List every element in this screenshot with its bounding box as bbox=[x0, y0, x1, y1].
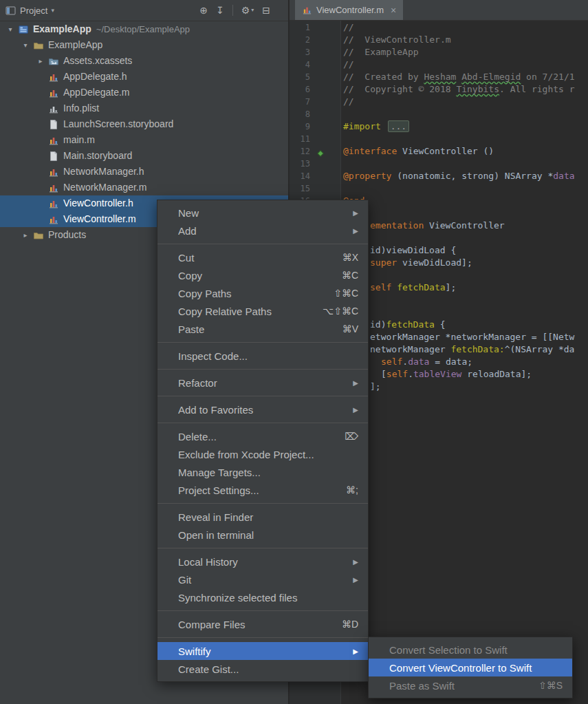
context-menu-item-exclude-from-xcode-project[interactable]: Exclude from Xcode Project... bbox=[157, 445, 368, 463]
context-menu-item-local-history[interactable]: Local History▶ bbox=[157, 553, 368, 570]
submenu-arrow-icon: ▶ bbox=[353, 558, 358, 566]
context-menu-item-manage-targets[interactable]: Manage Targets... bbox=[157, 463, 368, 481]
code-fragment: [self.tableView reloadData]; bbox=[381, 368, 532, 381]
context-menu-item-open-in-terminal[interactable]: Open in terminal bbox=[157, 526, 368, 544]
menu-item-label: Delete... bbox=[178, 431, 329, 442]
tree-item-path: ~/Desktop/ExampleApp bbox=[96, 21, 190, 37]
app-icon bbox=[17, 24, 30, 35]
code-line: 6// Copyright © 2018 Tinybits. All right… bbox=[290, 83, 588, 96]
hide-panel-icon[interactable]: ⊟ bbox=[262, 6, 270, 15]
tab-label: ViewController.m bbox=[316, 5, 384, 15]
tree-item-label: ViewController.h bbox=[63, 195, 133, 211]
chevron-right-icon[interactable]: ▸ bbox=[19, 227, 32, 243]
swiftify-submenu-item-convert-viewcontroller-to-swift[interactable]: Convert ViewController to Swift bbox=[369, 659, 572, 676]
line-number: 12 bbox=[290, 145, 310, 158]
tree-item-main-storyboard[interactable]: Main.storyboard bbox=[0, 148, 288, 164]
tab-close-icon[interactable]: × bbox=[391, 5, 396, 16]
code-line: 12@interface ViewController () bbox=[290, 145, 588, 158]
context-menu-item-add[interactable]: Add▶ bbox=[157, 222, 368, 239]
code-fragment: networkManager fetchData:^(NSArray *da bbox=[370, 343, 574, 356]
menu-item-label: Reveal in Finder bbox=[178, 511, 358, 523]
context-menu-item-copy[interactable]: Copy⌘C bbox=[157, 266, 368, 284]
tree-item-launchscreen-storyboard[interactable]: LaunchScreen.storyboard bbox=[0, 116, 288, 132]
assets-icon bbox=[47, 56, 61, 67]
line-number: 15 bbox=[290, 182, 310, 195]
tree-item-label: Main.storyboard bbox=[63, 148, 132, 164]
chevron-down-icon[interactable]: ▾ bbox=[4, 21, 17, 37]
submenu-arrow-icon: ▶ bbox=[353, 406, 358, 414]
menu-item-label: Project Settings... bbox=[178, 484, 331, 496]
code-fragment: ementation ViewController bbox=[370, 220, 505, 232]
menu-item-label: Open in terminal bbox=[178, 529, 358, 541]
context-menu-item-cut[interactable]: Cut⌘X bbox=[157, 248, 368, 266]
context-menu-item-delete[interactable]: Delete...⌦ bbox=[157, 427, 368, 445]
project-panel-title[interactable]: Project bbox=[20, 6, 47, 16]
tree-item-label: AppDelegate.h bbox=[63, 69, 127, 85]
context-menu: New▶Add▶Cut⌘XCopy⌘CCopy Paths⇧⌘CCopy Rel… bbox=[157, 200, 369, 682]
context-menu-separator bbox=[157, 610, 368, 611]
tree-item-label: Products bbox=[48, 227, 86, 243]
swiftify-submenu-item-convert-selection-to-swift: Convert Selection to Swift bbox=[369, 641, 572, 659]
context-menu-item-synchronize-selected-files[interactable]: Synchronize selected files bbox=[157, 588, 368, 606]
context-menu-item-project-settings[interactable]: Project Settings...⌘; bbox=[157, 481, 368, 499]
tree-item-label: NetworkManager.h bbox=[63, 164, 144, 180]
line-number: 8 bbox=[290, 108, 310, 120]
code-line: 9#import ... bbox=[290, 120, 588, 133]
tree-item-networkmanager-m[interactable]: NetworkManager.m bbox=[0, 180, 288, 195]
code-line: 8 bbox=[290, 108, 588, 120]
code-line: 4// bbox=[290, 58, 588, 71]
line-number: 14 bbox=[290, 170, 310, 182]
menu-item-shortcut: ⌥⇧⌘C bbox=[323, 306, 358, 317]
chevron-right-icon[interactable]: ▸ bbox=[34, 53, 47, 69]
context-menu-item-git[interactable]: Git▶ bbox=[157, 570, 368, 588]
tree-item-exampleapp[interactable]: ▾ExampleApp bbox=[0, 37, 288, 53]
menu-item-label: Local History bbox=[178, 556, 338, 568]
context-menu-item-inspect-code[interactable]: Inspect Code... bbox=[157, 347, 368, 365]
context-menu-item-reveal-in-finder[interactable]: Reveal in Finder bbox=[157, 508, 368, 526]
context-menu-separator bbox=[157, 503, 368, 504]
context-menu-item-create-gist[interactable]: Create Gist... bbox=[157, 660, 368, 678]
code-line: 15 bbox=[290, 182, 588, 195]
context-menu-item-copy-relative-paths[interactable]: Copy Relative Paths⌥⇧⌘C bbox=[157, 302, 368, 320]
tab-viewcontroller-m[interactable]: ViewController.m × bbox=[295, 0, 403, 20]
project-panel-header: Project ▾ ⊕↧⚙▾⊟ bbox=[0, 0, 288, 21]
tree-item-main-m[interactable]: main.m bbox=[0, 132, 288, 148]
context-menu-item-copy-paths[interactable]: Copy Paths⇧⌘C bbox=[157, 284, 368, 302]
context-menu-separator bbox=[157, 548, 368, 548]
context-menu-item-swiftify[interactable]: Swiftify▶ bbox=[157, 642, 368, 660]
context-menu-item-new[interactable]: New▶ bbox=[157, 204, 368, 222]
project-panel-toolbar: ⊕↧⚙▾⊟ bbox=[199, 5, 288, 16]
chevron-down-icon[interactable]: ▾ bbox=[19, 37, 32, 53]
context-menu-item-compare-files[interactable]: Compare Files⌘D bbox=[157, 615, 368, 633]
tree-item-networkmanager-h[interactable]: NetworkManager.h bbox=[0, 164, 288, 180]
code-line: 2// ViewController.m bbox=[290, 34, 588, 46]
submenu-arrow-icon: ▶ bbox=[353, 227, 358, 235]
context-menu-item-paste[interactable]: Paste⌘V bbox=[157, 320, 368, 338]
context-menu-separator bbox=[157, 244, 368, 244]
code-line: 11 bbox=[290, 133, 588, 145]
chevron-down-icon[interactable]: ▾ bbox=[51, 7, 54, 14]
context-menu-separator bbox=[157, 423, 368, 423]
submenu-arrow-icon: ▶ bbox=[353, 209, 358, 217]
menu-item-label: Exclude from Xcode Project... bbox=[178, 449, 358, 460]
collapse-all-icon[interactable]: ↧ bbox=[216, 6, 224, 15]
tree-item-assets-xcassets[interactable]: ▸Assets.xcassets bbox=[0, 53, 288, 69]
appcode-window: Project ▾ ⊕↧⚙▾⊟ ▾ExampleApp~/Desktop/Exa… bbox=[0, 0, 588, 704]
chevron-down-icon: ▾ bbox=[251, 6, 254, 15]
tree-item-appdelegate-h[interactable]: AppDelegate.h bbox=[0, 69, 288, 85]
locate-icon[interactable]: ⊕ bbox=[199, 6, 208, 15]
menu-item-label: Swiftify bbox=[178, 646, 338, 657]
menu-item-shortcut: ⌘D bbox=[342, 619, 358, 630]
settings-gear-icon[interactable]: ⚙▾ bbox=[241, 6, 254, 15]
context-menu-separator bbox=[157, 396, 368, 396]
tree-item-label: Info.plist bbox=[63, 100, 99, 116]
tree-item-appdelegate-m[interactable]: AppDelegate.m bbox=[0, 85, 288, 100]
context-menu-item-add-to-favorites[interactable]: Add to Favorites▶ bbox=[157, 401, 368, 418]
context-menu-item-refactor[interactable]: Refactor▶ bbox=[157, 374, 368, 392]
tree-item-info-plist[interactable]: Info.plist bbox=[0, 100, 288, 116]
tree-item-exampleapp[interactable]: ▾ExampleApp~/Desktop/ExampleApp bbox=[0, 21, 288, 37]
menu-item-shortcut: ⌘C bbox=[342, 270, 358, 281]
code-fragment: ]; bbox=[370, 381, 381, 393]
tree-item-label: ExampleApp bbox=[33, 21, 91, 37]
menu-item-shortcut: ⌘V bbox=[342, 323, 358, 334]
